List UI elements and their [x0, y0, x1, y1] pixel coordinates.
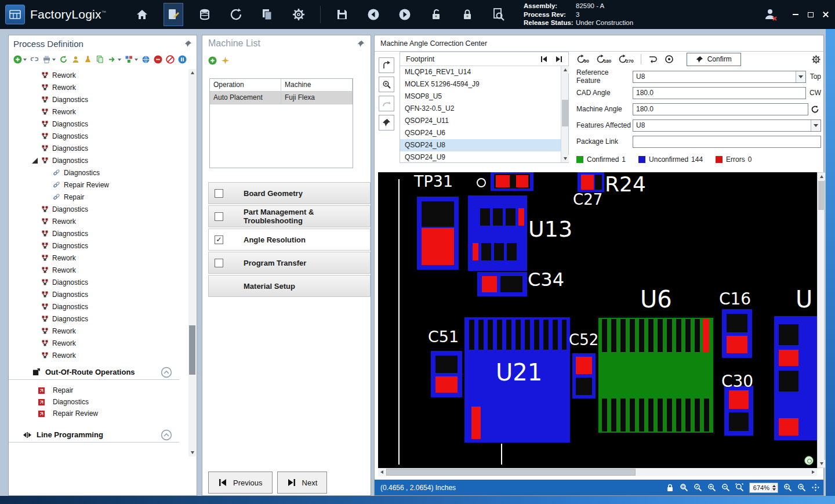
out-of-route-item[interactable]: Repair Review: [9, 408, 190, 419]
tree-item[interactable]: Diagnostics: [9, 288, 190, 300]
tree-item[interactable]: Diagnostics: [9, 142, 190, 154]
pin-icon[interactable]: [357, 40, 365, 48]
remove-operation-icon[interactable]: [154, 55, 162, 64]
machine-table-header-operation[interactable]: Operation: [210, 79, 281, 92]
section-out-of-route[interactable]: Out-Of-Route Operations: [9, 365, 179, 380]
scroll-down-button[interactable]: [188, 449, 196, 456]
footprint-item[interactable]: QSOP24_U6: [400, 127, 561, 139]
step-item[interactable]: Part Management & Troubleshooting: [208, 205, 371, 227]
disable-icon[interactable]: [166, 55, 175, 64]
zoom-percent-input[interactable]: 674%: [749, 483, 778, 493]
last-footprint-button[interactable]: [553, 53, 565, 64]
tree-item[interactable]: Rework: [9, 252, 190, 264]
user-template-icon[interactable]: [71, 55, 80, 64]
tree-item[interactable]: Diagnostics: [9, 227, 190, 240]
tree-item[interactable]: Rework: [9, 69, 190, 81]
expander-icon[interactable]: [32, 158, 38, 164]
machine-angle-input[interactable]: 180.0: [633, 103, 808, 115]
tree-item[interactable]: Rework: [9, 337, 190, 349]
close-button[interactable]: [819, 8, 833, 21]
tree-item[interactable]: Rework: [9, 215, 190, 227]
footprint-item[interactable]: QFN-32-0.5_U2: [400, 103, 561, 115]
link-operation-icon[interactable]: [30, 55, 39, 64]
tree-item[interactable]: Repair: [9, 191, 190, 203]
documents-button[interactable]: [257, 3, 277, 26]
sync-button[interactable]: [226, 3, 246, 26]
chevron-down-icon[interactable]: [811, 120, 821, 131]
scroll-down-button[interactable]: [818, 460, 825, 467]
collapse-up-icon[interactable]: [161, 367, 172, 378]
scrollbar-thumb[interactable]: [189, 325, 195, 375]
pin-footprint-icon[interactable]: [379, 115, 394, 130]
rotate-180-button[interactable]: 180: [596, 55, 611, 64]
footprint-item[interactable]: MOLEX 51296-4594_J9: [400, 78, 561, 90]
add-machine-icon[interactable]: [208, 56, 217, 65]
flask-icon[interactable]: [84, 55, 92, 64]
pan-icon[interactable]: [811, 483, 820, 492]
chevron-down-icon[interactable]: [796, 71, 805, 82]
lock-button[interactable]: [458, 3, 477, 26]
step-item[interactable]: Board Geometry: [208, 182, 371, 204]
minimize-button[interactable]: [789, 8, 803, 21]
maximize-button[interactable]: [804, 8, 818, 21]
previous-button[interactable]: Previous: [208, 472, 273, 494]
zoom-extents-icon[interactable]: [735, 483, 744, 492]
tree-item[interactable]: Rework: [9, 264, 190, 276]
scroll-down-button[interactable]: [561, 155, 569, 162]
step-checkbox[interactable]: [215, 259, 223, 267]
zoom-in-icon[interactable]: [707, 483, 716, 492]
pcb-viewer[interactable]: TP31C27R24U13C34U6C16UC51U21C52C30: [378, 172, 817, 468]
scroll-up-button[interactable]: [561, 66, 569, 74]
tree-item[interactable]: Diagnostics: [9, 93, 190, 106]
step-checkbox[interactable]: [215, 189, 223, 198]
viewer-horizontal-scrollbar[interactable]: [378, 468, 817, 476]
step-checkbox[interactable]: ✓: [215, 235, 223, 244]
out-of-route-item[interactable]: Repair: [9, 385, 190, 396]
reset-angle-icon[interactable]: [665, 55, 674, 64]
refresh-icon[interactable]: [59, 55, 68, 64]
tree-item[interactable]: Diagnostics: [9, 240, 190, 252]
step-item[interactable]: ✓Angle Resolution: [208, 229, 371, 251]
process-editor-button[interactable]: [164, 3, 183, 26]
footprint-scrollbar[interactable]: [561, 66, 568, 162]
print-icon[interactable]: [42, 55, 56, 64]
forward-button[interactable]: [395, 3, 415, 26]
tree-item[interactable]: Diagnostics: [9, 130, 190, 142]
undo-rotation-icon[interactable]: [648, 55, 658, 64]
back-button[interactable]: [364, 3, 383, 26]
tree-item[interactable]: Diagnostics: [9, 118, 190, 130]
scroll-up-button[interactable]: [188, 69, 196, 77]
save-button[interactable]: [332, 3, 352, 26]
unlock-button[interactable]: [426, 3, 446, 26]
export-icon[interactable]: [108, 55, 121, 64]
next-button[interactable]: Next: [277, 472, 328, 494]
dropdown-caret[interactable]: [52, 59, 56, 61]
footprint-item[interactable]: QSOP24_U11: [400, 115, 561, 127]
process-tree-scrollbar[interactable]: [188, 69, 196, 456]
user-logout-icon[interactable]: [761, 3, 780, 26]
cad-angle-input[interactable]: 180.0: [633, 87, 806, 99]
machine-table-header-machine[interactable]: Machine: [281, 79, 353, 92]
out-of-route-item[interactable]: Diagnostics: [9, 396, 190, 408]
locate-footprint-icon[interactable]: [379, 77, 394, 92]
zoom-previous-icon[interactable]: [783, 483, 792, 492]
rotate-270-button[interactable]: 270: [618, 55, 633, 64]
dropdown-caret[interactable]: [135, 59, 138, 61]
edit-machine-icon[interactable]: [221, 56, 230, 65]
zoom-window-icon[interactable]: [680, 483, 688, 492]
tree-item[interactable]: Diagnostics: [9, 203, 190, 215]
footprint-item[interactable]: MSOP8_U5: [400, 90, 561, 103]
footprint-item[interactable]: QSOP24_U9: [400, 151, 561, 162]
tree-item[interactable]: Rework: [9, 325, 190, 337]
first-footprint-button[interactable]: [538, 53, 550, 64]
tree-item[interactable]: Rework: [9, 106, 190, 118]
zoom-out-icon[interactable]: [721, 483, 730, 492]
rotate-90-button[interactable]: 90: [576, 55, 589, 64]
step-checkbox[interactable]: [215, 212, 223, 221]
package-link-input[interactable]: [633, 136, 821, 148]
tree-item[interactable]: Diagnostics: [9, 166, 190, 179]
rotate-selection-icon[interactable]: [379, 57, 394, 73]
zoom-dynamic-icon[interactable]: [694, 483, 702, 492]
scroll-left-button[interactable]: [378, 469, 386, 476]
viewer-overview-button[interactable]: [804, 456, 814, 465]
